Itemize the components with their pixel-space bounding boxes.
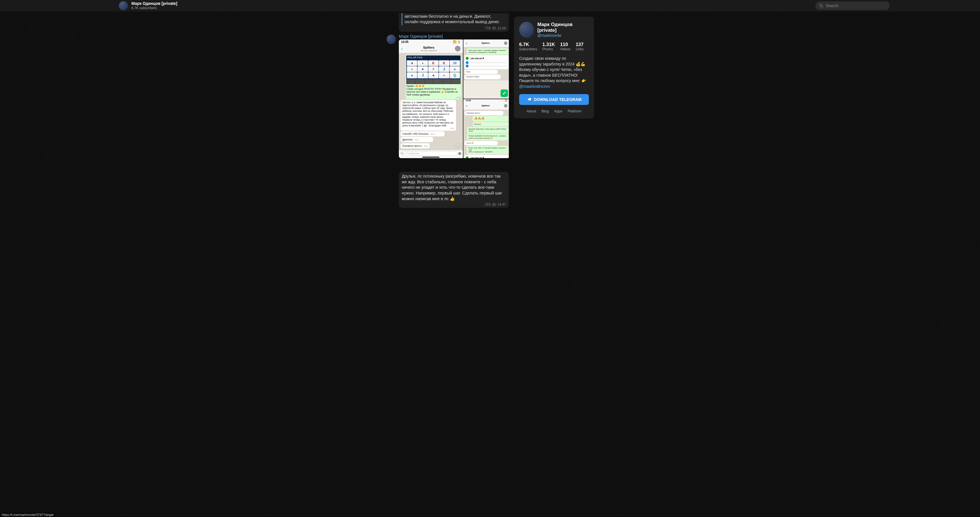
quoted-text: Официальное онлайн казино вулкан с игров… xyxy=(404,13,500,24)
channel-avatar[interactable] xyxy=(119,1,128,10)
slot-title: POLAR FOX xyxy=(406,56,461,60)
search-input[interactable] xyxy=(826,3,886,8)
wa-message-text: Другалек xyxy=(402,138,412,141)
stat-subscribers[interactable]: 6.7K Subscribers xyxy=(519,42,537,51)
msg-avatar[interactable] xyxy=(387,35,396,44)
attach-icon: 📎 xyxy=(401,152,403,155)
views-icon xyxy=(492,203,496,206)
channel-subscribers: 6.7K subscribers xyxy=(131,6,177,10)
wa-message-text: Красава, братишка. Очень рад за тебя!!! … xyxy=(467,127,509,133)
chat-avatar xyxy=(455,46,461,51)
sender-name[interactable]: Марк Одинцов [private] xyxy=(399,34,509,38)
wa-message-text: Спасибо тебе большое xyxy=(402,132,429,135)
wa-message-text: Проценты банку xyxy=(465,75,501,79)
phone-screenshot-top-right: ‹ Spillers Если готов, брат, то процент … xyxy=(463,40,509,99)
wa-message-text: Привет 🔥🔥🔥 Схема сегодня ПРОСТО ТОП!!! П… xyxy=(406,85,461,96)
wa-message-text: Огромное просто xyxy=(465,111,503,115)
topbar: Марк Одинцов [private] 6.7K subscribers xyxy=(0,0,980,11)
wa-message-text: Теперь названий слов актуальна и и... мо… xyxy=(467,134,509,140)
views-count: 215 xyxy=(485,202,491,207)
sidebar-mention-link[interactable]: @maarkodincovv xyxy=(519,84,550,89)
status-bar-url: https://t.me/markmonle/3797?single xyxy=(0,512,56,517)
stat-photos[interactable]: 1.31K Photos xyxy=(542,42,555,51)
channel-title: Марк Одинцов [private] xyxy=(131,1,177,6)
sassociate-title: Марк Одинцов [private] xyxy=(538,22,589,33)
message-feed[interactable]: Официальное онлайн казино вулкан с игров… xyxy=(386,13,509,517)
message-bubble[interactable]: Официальное онлайн казино вулкан с игров… xyxy=(399,13,509,32)
message-bubble[interactable]: Друзья, лс потихоньку разгребаю, новичко… xyxy=(399,172,509,208)
sidebar-footer-links: About Blog Apps Platform xyxy=(519,109,589,113)
wa-time: 13:51 xyxy=(430,133,434,135)
slot-reels: ♣♦KK10 ♦♣♥J♠ ♠J♣♦Q xyxy=(406,60,461,79)
link-about[interactable]: About xyxy=(527,109,536,113)
views-icon xyxy=(492,27,496,29)
wa-message-text: Честно, я, к таким большим бабкам не при… xyxy=(402,101,454,127)
link-apps[interactable]: Apps xyxy=(554,109,563,113)
views-count: 776 xyxy=(485,26,491,30)
message-row: Друзья, лс потихоньку разгребаю, новичко… xyxy=(386,172,509,208)
phone-input-placeholder: Сообщение xyxy=(404,152,457,156)
chat-name: Spillers xyxy=(402,46,455,49)
chat-status: был(а) недавно xyxy=(402,49,455,52)
message-time: 12:46 xyxy=(498,26,506,30)
wa-message-text: Если готов, брат, то процент можешь повы… xyxy=(467,146,509,155)
sidebar-username[interactable]: @markmonle xyxy=(538,33,589,38)
phone-status-icons: 📶 🔋 xyxy=(453,40,461,43)
phone-screenshot-left: 14:05 📶 🔋 ‹ Spillers был(а) недавно xyxy=(399,40,463,158)
message-time: 14:47 xyxy=(498,202,506,207)
wa-time: 13:51 xyxy=(402,128,454,129)
link-platform[interactable]: Platform xyxy=(568,109,581,113)
phone-status-time: 14:05 xyxy=(401,40,409,43)
link-blog[interactable]: Blog xyxy=(541,109,549,113)
channel-sidebar: Марк Одинцов [private] @markmonle 6.7K S… xyxy=(514,17,594,118)
svg-point-4 xyxy=(819,4,822,6)
wa-time: 13:50 xyxy=(406,97,461,99)
mic-icon xyxy=(458,152,461,155)
search-box[interactable] xyxy=(815,2,890,10)
message-row: Марк Одинцов [private] 14:05 📶 🔋 xyxy=(386,34,509,158)
mini-amount: -100 000,00 ₽ xyxy=(470,57,484,60)
svg-line-5 xyxy=(822,6,823,8)
wa-time: 13:51 xyxy=(414,139,418,141)
mini-amount: -100 000,00 ₽ xyxy=(470,157,484,158)
sidebar-avatar[interactable] xyxy=(519,22,534,38)
scroll-down-icon: ⌄ xyxy=(455,143,461,148)
photo-attachment[interactable]: 14:05 📶 🔋 ‹ Spillers был(а) недавно xyxy=(399,40,509,158)
wa-message-text: Если готов, брат, то процент можешь повы… xyxy=(467,48,509,54)
wa-time: 13:52 xyxy=(424,145,428,147)
stat-links[interactable]: 137 Links xyxy=(576,42,584,51)
search-icon xyxy=(819,3,823,8)
telegram-icon xyxy=(527,97,532,102)
wa-message-text: Огромное просто xyxy=(402,144,422,147)
wa-message-text: Пока xyxy=(465,70,498,74)
wa-message-text: Согла 🔥 xyxy=(465,141,498,145)
message-text: Друзья, лс потихоньку разгребаю, новичко… xyxy=(402,174,502,201)
checkmark-badge: ✓ xyxy=(501,89,508,97)
channel-info[interactable]: Марк Одинцов [private] 6.7K subscribers xyxy=(131,1,177,10)
sidebar-stats: 6.7K Subscribers 1.31K Photos 110 Videos… xyxy=(519,42,589,51)
quoted-preview[interactable]: Официальное онлайн казино вулкан с игров… xyxy=(402,13,506,26)
message-row: Официальное онлайн казино вулкан с игров… xyxy=(386,13,509,32)
slot-machine-image: POLAR FOX ♣♦KK10 ♦♣♥J♠ ♠J♣♦Q xyxy=(406,56,461,84)
phone-screenshot-bottom-right: 14:05📶 ‹ Spillers Огромное просто xyxy=(463,99,509,158)
wa-message-text: Золотце xyxy=(473,122,509,126)
wa-message-text: 🔥🔥🔥 xyxy=(473,116,509,121)
stat-videos[interactable]: 110 Videos xyxy=(560,42,570,51)
download-telegram-button[interactable]: DOWNLOAD TELEGRAM xyxy=(519,94,589,105)
sidebar-description: Создаю свою команду по удаленному зарабо… xyxy=(519,56,589,89)
